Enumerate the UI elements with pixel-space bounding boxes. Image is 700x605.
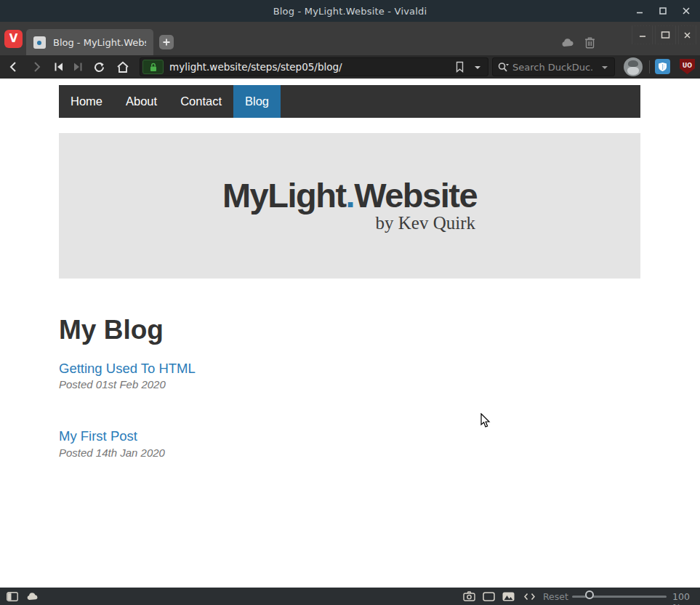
vivaldi-menu-icon[interactable]: V xyxy=(4,30,23,48)
nav-link-blog[interactable]: Blog xyxy=(233,85,281,118)
forward-icon[interactable] xyxy=(30,60,44,74)
home-icon[interactable] xyxy=(116,60,130,74)
new-tab-button[interactable] xyxy=(159,35,174,49)
back-icon[interactable] xyxy=(6,60,20,74)
fast-forward-icon[interactable] xyxy=(71,60,85,74)
logo-dot: . xyxy=(346,176,355,215)
nav-link-about[interactable]: About xyxy=(114,85,169,118)
close-icon[interactable] xyxy=(679,26,696,44)
page-images-icon[interactable] xyxy=(502,590,515,602)
tabbar-right-icons xyxy=(561,22,595,55)
url-input[interactable] xyxy=(169,58,438,76)
address-bar[interactable] xyxy=(140,57,488,76)
vivaldi-window: { "window": { "title": "Blog - MyLight.W… xyxy=(0,0,700,605)
zoom-reset-button[interactable]: Reset xyxy=(543,591,568,602)
maximize-icon[interactable] xyxy=(657,26,674,44)
post-link[interactable]: Getting Used To HTML xyxy=(59,361,196,377)
tab-title: Blog - MyLight.Website xyxy=(53,37,146,48)
tabbar-window-controls xyxy=(632,25,699,44)
chevron-down-icon[interactable] xyxy=(601,65,608,70)
page-tiles-icon[interactable] xyxy=(482,590,495,602)
logo-title-main: MyLight xyxy=(222,176,346,215)
sync-cloud-icon[interactable] xyxy=(26,590,39,602)
chevron-down-icon[interactable] xyxy=(474,65,481,70)
browser-tab[interactable]: Blog - MyLight.Website xyxy=(26,29,153,55)
post-date: Posted 01st Feb 2020 xyxy=(59,378,166,390)
nav-link-home[interactable]: Home xyxy=(59,85,114,118)
minimize-icon[interactable] xyxy=(632,3,648,19)
trash-icon[interactable] xyxy=(584,36,595,49)
minimize-icon[interactable] xyxy=(635,26,651,44)
site-header: MyLight.Website by Kev Quirk xyxy=(59,133,640,279)
close-icon[interactable] xyxy=(678,3,694,19)
maximize-icon[interactable] xyxy=(655,3,671,19)
reload-icon[interactable] xyxy=(92,60,106,74)
sync-cloud-icon[interactable] xyxy=(561,38,575,47)
extension-ublock-icon[interactable]: UO xyxy=(680,59,695,74)
post-date: Posted 14th Jan 2020 xyxy=(59,446,165,459)
window-title: Blog - MyLight.Website - Vivaldi xyxy=(273,6,427,17)
logo-subtitle: by Kev Quirk xyxy=(222,213,477,233)
vivaldi-glyph: V xyxy=(9,33,18,44)
page-title: My Blog xyxy=(59,315,164,345)
nav-link-contact[interactable]: Contact xyxy=(169,85,233,118)
search-field[interactable] xyxy=(492,57,615,76)
search-input[interactable] xyxy=(512,58,592,76)
address-toolbar: UO xyxy=(0,55,700,79)
capture-camera-icon[interactable] xyxy=(462,590,475,602)
web-page: Home About Contact Blog MyLight.Website … xyxy=(0,79,700,588)
toolbar-divider xyxy=(649,60,650,73)
logo-title: MyLight.Website xyxy=(222,178,477,212)
extension-avatar-icon[interactable] xyxy=(624,57,643,76)
ublock-glyph: UO xyxy=(683,63,692,69)
zoom-level-value: 100 % xyxy=(672,591,700,605)
tab-favicon-icon xyxy=(33,36,46,49)
search-icon xyxy=(498,62,510,73)
page-actions-code-icon[interactable] xyxy=(523,590,536,602)
panel-toggle-icon[interactable] xyxy=(6,590,19,602)
extension-shield-icon[interactable] xyxy=(655,59,670,74)
post-link[interactable]: My First Post xyxy=(59,428,137,444)
tab-bar: V Blog - MyLight.Website xyxy=(0,22,700,55)
site-logo: MyLight.Website by Kev Quirk xyxy=(222,178,477,233)
status-bar: Reset 100 % xyxy=(0,588,700,605)
rewind-icon[interactable] xyxy=(52,60,66,74)
zoom-slider-knob[interactable] xyxy=(585,590,594,599)
logo-title-rest: Website xyxy=(354,176,477,215)
secure-lock-icon[interactable] xyxy=(142,60,164,74)
window-controls xyxy=(632,0,694,22)
site-nav: Home About Contact Blog xyxy=(59,85,640,118)
window-titlebar: Blog - MyLight.Website - Vivaldi xyxy=(0,0,700,22)
bookmark-icon[interactable] xyxy=(455,61,464,73)
